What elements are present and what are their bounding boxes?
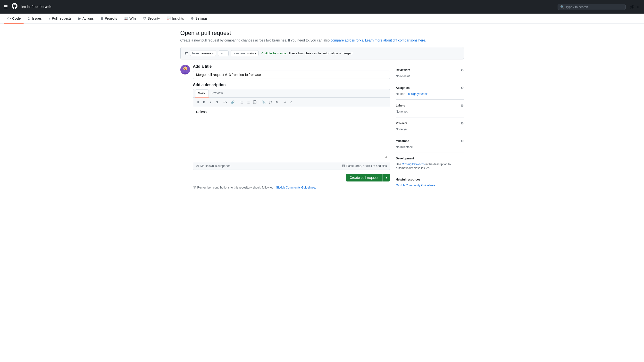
compare-branch-select[interactable]: compare: main ▾ [230, 50, 258, 56]
base-dropdown-icon: ▾ [212, 51, 214, 55]
breadcrumb-repo[interactable]: leo-iot-web [34, 5, 52, 9]
base-branch-select[interactable]: base: release ▾ [190, 50, 216, 56]
labels-gear-icon[interactable]: ⚙ [461, 104, 464, 107]
projects-value: None yet [396, 128, 408, 131]
tab-insights[interactable]: 📈 Insights [164, 13, 187, 24]
description-textarea[interactable]: Release [196, 110, 387, 158]
markdown-label: Markdown is supported [200, 164, 230, 168]
header-actions: ⌘ ＋ [630, 4, 640, 10]
left-arrow-icon: ← [220, 52, 223, 55]
title-input[interactable] [193, 71, 390, 79]
toolbar-heading-btn[interactable]: H [195, 99, 201, 105]
sidebar-assignees: Assignees ⚙ No one—assign yourself [396, 82, 464, 100]
projects-title: Projects [396, 122, 407, 125]
plus-icon[interactable]: ＋ [636, 4, 640, 10]
merge-status: ✓ Able to merge. These branches can be a… [260, 51, 353, 55]
assign-yourself-link[interactable]: assign yourself [408, 92, 428, 96]
closing-keywords-link[interactable]: Closing keywords [402, 163, 424, 166]
repo-nav: <> Code ⊙ Issues ⑂ Pull requests ▶ Actio… [0, 13, 644, 24]
toolbar-mention-btn[interactable]: @ [268, 99, 274, 105]
preview-tab[interactable]: Preview [209, 89, 226, 97]
toolbar-attach-btn[interactable]: 📎 [260, 99, 267, 105]
tab-wiki[interactable]: 📖 Wiki [121, 13, 138, 24]
create-pr-button[interactable]: Create pull request ▾ [346, 174, 390, 181]
toolbar-code-btn[interactable]: <> [222, 99, 229, 105]
editor-footer: ⌘ Markdown is supported 🖼 Paste, drop, o… [193, 162, 390, 170]
base-label: base: [192, 51, 200, 55]
toolbar-task-list-btn[interactable] [252, 99, 258, 105]
toolbar-ordered-list-btn[interactable] [238, 99, 244, 105]
breadcrumb-separator: / [32, 5, 32, 9]
github-community-link[interactable]: GitHub Community Guidelines [396, 184, 435, 187]
search-bar[interactable]: 🔍 Type / to search [558, 4, 626, 10]
pr-form-layout: Add a title Add a description Write Prev… [180, 64, 464, 191]
security-icon: 🛡 [143, 16, 146, 20]
submit-area: Create pull request ▾ [193, 174, 390, 181]
tab-pull-requests-label: Pull requests [52, 16, 72, 20]
github-logo[interactable] [12, 3, 18, 10]
editor-body[interactable]: Release [193, 107, 390, 162]
milestone-gear-icon[interactable]: ⚙ [461, 139, 464, 143]
assignees-gear-icon[interactable]: ⚙ [461, 86, 464, 90]
search-placeholder: Type / to search [566, 5, 588, 9]
toolbar-bold-btn[interactable]: B [202, 99, 207, 105]
subtitle-text: Create a new pull request by comparing c… [180, 38, 330, 42]
tab-issues[interactable]: ⊙ Issues [24, 13, 44, 24]
tab-settings-label: Settings [196, 16, 208, 20]
learn-more-link[interactable]: Learn more about diff comparisons here. [365, 38, 426, 42]
editor-tabs: Write Preview [193, 89, 390, 97]
tab-projects[interactable]: ⊞ Projects [98, 13, 120, 24]
svg-point-2 [184, 68, 185, 69]
tab-security-label: Security [148, 16, 160, 20]
terminal-icon[interactable]: ⌘ [630, 4, 634, 9]
breadcrumb-user[interactable]: leo-iot [21, 5, 30, 9]
tab-projects-label: Projects [105, 16, 117, 20]
sidebar-reviewers: Reviewers ⚙ No reviews [396, 64, 464, 82]
markdown-note: ⌘ Markdown is supported [196, 164, 230, 168]
hamburger-menu[interactable]: ☰ [4, 4, 8, 9]
development-prefix: Use [396, 163, 402, 166]
create-pr-dropdown-icon[interactable]: ▾ [382, 174, 390, 181]
toolbar-undo-btn[interactable]: ↩ [282, 99, 288, 105]
tab-settings[interactable]: ⚙ Settings [188, 13, 211, 24]
toolbar-ref-btn[interactable]: ⊕ [274, 99, 280, 105]
assignees-title: Assignees [396, 86, 410, 89]
projects-gear-icon[interactable]: ⚙ [461, 121, 464, 125]
base-branch-name: release [201, 51, 211, 55]
toolbar-link-btn[interactable]: 🔗 [229, 99, 236, 105]
tab-code-label: Code [12, 16, 21, 20]
labels-header: Labels ⚙ [396, 104, 464, 107]
reviewers-gear-icon[interactable]: ⚙ [461, 68, 464, 72]
reviewers-header: Reviewers ⚙ [396, 68, 464, 72]
arrow-button[interactable]: ← ... [218, 50, 229, 56]
toolbar-italic-btn[interactable]: I [208, 99, 214, 105]
sidebar-milestone: Milestone ⚙ No milestone [396, 135, 464, 153]
sync-icon: ⇄ [184, 51, 188, 56]
projects-icon: ⊞ [100, 16, 104, 20]
toolbar-unordered-list-btn[interactable] [245, 99, 251, 105]
create-pr-label: Create pull request [346, 174, 382, 181]
footer-note: ⓘ Remember, contributions to this reposi… [193, 185, 390, 189]
tab-issues-label: Issues [32, 16, 42, 20]
compare-forks-link[interactable]: compare across forks. [330, 38, 364, 42]
issues-icon: ⊙ [28, 16, 30, 20]
sidebar-development: Development Use Closing keywords in the … [396, 153, 464, 174]
footer-community-link[interactable]: GitHub Community Guidelines. [276, 186, 316, 189]
write-tab[interactable]: Write [195, 89, 209, 97]
reviewers-value: No reviews [396, 74, 410, 78]
insights-icon: 📈 [166, 16, 171, 20]
tab-security[interactable]: 🛡 Security [140, 13, 163, 24]
tab-code[interactable]: <> Code [4, 13, 24, 24]
tab-pull-requests[interactable]: ⑂ Pull requests [46, 13, 74, 24]
toolbar-sep-3 [259, 100, 259, 104]
code-icon: <> [7, 16, 11, 20]
title-section: Add a title [193, 64, 390, 79]
editor-container: Write Preview H B I S <> 🔗 [193, 89, 390, 170]
page-subtitle: Create a new pull request by comparing c… [180, 38, 464, 42]
tab-actions[interactable]: ▶ Actions [76, 13, 96, 24]
toolbar-fullscreen-btn[interactable]: ⤢ [288, 99, 294, 105]
toolbar: H B I S <> 🔗 [193, 97, 390, 107]
labels-value: None yet [396, 110, 408, 113]
main-content: Open a pull request Create a new pull re… [176, 24, 468, 197]
toolbar-strikethrough-btn[interactable]: S [214, 99, 220, 105]
